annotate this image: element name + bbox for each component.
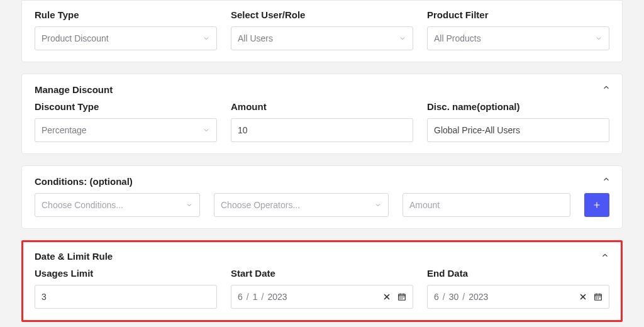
field-user-role: Select User/Role All Users: [231, 9, 413, 50]
select-discount-type[interactable]: Percentage: [35, 118, 217, 142]
input-usages-limit-value: 3: [42, 292, 47, 302]
panel-date-limit: Date & Limit Rule Usages Limit 3 Start D…: [21, 240, 623, 322]
clear-icon[interactable]: [579, 292, 587, 301]
svg-rect-11: [400, 298, 401, 299]
label-rule-type: Rule Type: [35, 9, 217, 20]
svg-rect-9: [401, 297, 402, 297]
select-rule-type-value: Product Discount: [42, 33, 109, 43]
svg-rect-20: [597, 297, 599, 297]
input-end-date[interactable]: 6/30/2023: [427, 285, 609, 309]
select-product-filter[interactable]: All Products: [427, 26, 609, 50]
select-condition-placeholder: Choose Conditions...: [42, 200, 123, 210]
field-discount-type: Discount Type Percentage: [35, 101, 217, 142]
field-disc-name: Disc. name(optional) Global Price-All Us…: [427, 101, 609, 142]
input-amount-value: 10: [238, 125, 248, 135]
svg-rect-10: [403, 297, 404, 297]
collapse-toggle[interactable]: [602, 83, 611, 92]
label-user-role: Select User/Role: [231, 9, 413, 20]
svg-rect-23: [597, 298, 599, 299]
input-condition-amount-placeholder: Amount: [409, 200, 440, 210]
input-condition-amount[interactable]: Amount: [402, 193, 570, 217]
select-discount-type-value: Percentage: [42, 125, 87, 135]
plus-icon: [592, 201, 601, 209]
add-condition-button[interactable]: [584, 193, 609, 217]
select-user-role[interactable]: All Users: [231, 26, 413, 50]
section-title-conditions: Conditions: (optional): [35, 176, 609, 187]
field-rule-type: Rule Type Product Discount: [35, 9, 217, 50]
panel-manage-discount: Manage Discount Discount Type Percentage…: [21, 74, 623, 154]
chevron-down-icon: [203, 126, 210, 134]
label-product-filter: Product Filter: [427, 9, 609, 20]
calendar-icon[interactable]: [594, 292, 602, 301]
field-product-filter: Product Filter All Products: [427, 9, 609, 50]
label-start-date: Start Date: [231, 268, 413, 279]
input-amount[interactable]: 10: [231, 118, 413, 142]
clear-icon[interactable]: [382, 292, 391, 301]
chevron-down-icon: [203, 35, 210, 42]
input-disc-name[interactable]: Global Price-All Users: [427, 118, 609, 142]
field-usages-limit: Usages Limit 3: [35, 268, 217, 309]
select-user-role-value: All Users: [238, 33, 273, 43]
collapse-toggle[interactable]: [602, 175, 611, 184]
collapse-toggle[interactable]: [601, 251, 609, 260]
start-date-value: 6/1/2023: [238, 292, 287, 302]
label-amount: Amount: [231, 101, 413, 112]
chevron-down-icon: [374, 201, 382, 209]
svg-rect-8: [400, 297, 401, 297]
end-date-value: 6/30/2023: [434, 292, 488, 302]
input-usages-limit[interactable]: 3: [35, 285, 217, 309]
select-operator[interactable]: Choose Operators...: [214, 193, 389, 217]
panel-rule-basics: Rule Type Product Discount Select User/R…: [21, 0, 623, 62]
panel-conditions: Conditions: (optional) Choose Conditions…: [21, 165, 623, 229]
chevron-down-icon: [186, 201, 193, 209]
calendar-icon[interactable]: [397, 292, 406, 301]
field-start-date: Start Date 6/1/2023: [231, 268, 413, 309]
input-start-date[interactable]: 6/1/2023: [231, 285, 413, 309]
select-operator-placeholder: Choose Operators...: [221, 200, 300, 210]
input-disc-name-value: Global Price-All Users: [434, 125, 520, 135]
svg-rect-21: [599, 297, 600, 297]
section-title-date-limit: Date & Limit Rule: [35, 251, 609, 262]
label-end-date: End Data: [427, 268, 609, 279]
chevron-down-icon: [399, 35, 406, 42]
select-rule-type[interactable]: Product Discount: [35, 26, 217, 50]
chevron-down-icon: [595, 35, 602, 42]
label-disc-name: Disc. name(optional): [427, 101, 609, 112]
svg-rect-19: [596, 297, 597, 297]
field-end-date: End Data 6/30/2023: [427, 268, 609, 309]
svg-rect-12: [401, 298, 402, 299]
section-title-manage-discount: Manage Discount: [35, 84, 609, 95]
label-usages-limit: Usages Limit: [35, 268, 217, 279]
select-product-filter-value: All Products: [434, 33, 481, 43]
select-condition[interactable]: Choose Conditions...: [35, 193, 200, 217]
label-discount-type: Discount Type: [35, 101, 217, 112]
field-amount: Amount 10: [231, 101, 413, 142]
svg-rect-22: [596, 298, 597, 299]
